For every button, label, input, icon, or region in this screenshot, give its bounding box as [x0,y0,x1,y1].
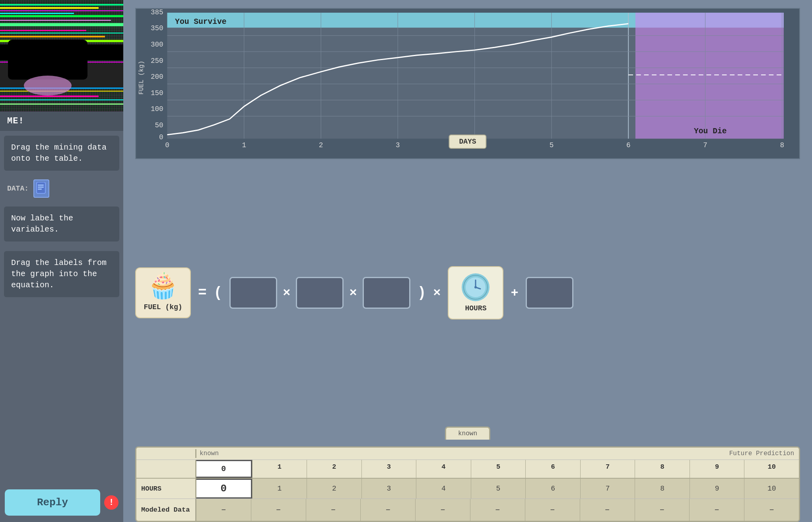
modeled-cell-4[interactable]: – [415,499,470,521]
svg-text:FUEL (kg): FUEL (kg) [138,60,145,94]
panda-pink [24,76,72,95]
svg-text:250: 250 [151,56,163,64]
days-label: DAYS [449,134,486,149]
svg-text:You Die: You Die [694,127,727,136]
fuel-item[interactable]: 🧁 FUEL (kg) [135,267,191,318]
chat-bubble-3: Drag the labels from the graph into the … [4,251,119,297]
modeled-cell-7[interactable]: – [580,499,635,521]
col-header-3: 3 [361,460,416,478]
data-row: DATA: [0,175,123,202]
modeled-cell-9[interactable]: – [689,499,744,521]
close-paren: ) [418,285,426,301]
hours-cell-3[interactable]: 3 [361,479,416,499]
known-section-label: known [196,449,301,458]
modeled-cell-8[interactable]: – [635,499,690,521]
hours-cell-9[interactable]: 9 [690,479,744,499]
hours-cell-1[interactable]: 1 [252,479,307,499]
svg-text:You Survive: You Survive [175,18,226,26]
modeled-cell-6[interactable]: – [525,499,580,521]
hours-cell-6[interactable]: 6 [525,479,580,499]
eq-box-2[interactable] [296,277,344,309]
graph-container: 385 350 300 250 200 150 100 50 0 0 1 2 3… [135,8,800,159]
svg-text:8: 8 [780,141,785,149]
svg-text:150: 150 [151,89,163,97]
main-content: 385 350 300 250 200 150 100 50 0 0 1 2 3… [123,0,812,522]
svg-text:6: 6 [626,141,631,149]
svg-rect-1 [38,185,44,186]
fuel-label: FUEL (kg) [144,303,182,311]
modeled-cell-3[interactable]: – [360,499,415,521]
clock-icon [462,273,490,301]
panda-eye-right [48,48,68,62]
svg-text:3: 3 [396,141,400,149]
col-header-1: 1 [252,460,307,478]
col-header-7: 7 [580,460,635,478]
col-header-5: 5 [471,460,526,478]
svg-text:300: 300 [151,41,163,49]
me-label: ME! [0,111,123,131]
svg-text:200: 200 [151,73,163,81]
modeled-cell-1[interactable]: – [251,499,306,521]
hours-cell-7[interactable]: 7 [580,479,635,499]
times-1: × [283,286,290,300]
eq-box-3[interactable] [363,277,410,309]
chat-bubble-1: Drag the mining data onto the table. [4,136,119,171]
modeled-data-row: Modeled Data – – – – – – – – – – – [136,499,799,521]
modeled-cell-5[interactable]: – [470,499,525,521]
col-header-10: 10 [744,460,799,478]
svg-text:1: 1 [242,141,246,149]
hours-item[interactable]: HOURS [448,266,503,319]
equation-area: 🧁 FUEL (kg) = ( × × ) × [135,167,800,419]
plus-sign: + [511,286,518,300]
hours-cell-0[interactable]: 0 [196,479,252,499]
hours-cell-5[interactable]: 5 [471,479,526,499]
hours-row-label: HOURS [136,479,196,499]
reply-button[interactable]: Reply [5,489,100,516]
chat-bubble-2: Now label the variables. [4,206,119,242]
equals-sign: = [198,285,207,301]
svg-rect-2 [38,187,44,188]
hours-cell-2[interactable]: 2 [307,479,361,499]
modeled-cell-0[interactable]: – [196,499,251,521]
col-header-0: 0 [196,460,252,478]
svg-text:50: 50 [155,121,163,129]
modeled-cell-10[interactable]: – [744,499,799,521]
svg-text:7: 7 [703,141,707,149]
svg-rect-0 [37,182,45,193]
svg-rect-6 [635,13,784,139]
hours-data-row: HOURS 0 1 2 3 4 5 6 7 8 9 10 [136,479,799,499]
eq-box-1[interactable] [229,277,277,309]
data-file-icon[interactable] [33,179,49,198]
modeled-cell-2[interactable]: – [306,499,361,521]
section-spacer [136,449,196,458]
svg-text:0: 0 [159,133,163,141]
svg-text:100: 100 [151,105,163,113]
col-header-spacer [136,460,196,478]
eq-box-4[interactable] [526,277,573,309]
table-tab-label: known [458,430,477,437]
hours-label: HOURS [465,304,486,312]
col-header-8: 8 [635,460,690,478]
col-header-6: 6 [525,460,580,478]
reply-area: Reply ! [0,483,123,522]
exclamation-badge: ! [104,495,118,510]
table-section-headers: known Future Prediction [136,448,799,460]
equation-group: × × [229,277,410,309]
col-header-9: 9 [690,460,744,478]
col-header-row: 0 1 2 3 4 5 6 7 8 9 10 [136,460,799,479]
table-tab-area: known [135,427,800,440]
future-section-label: Future Prediction [301,449,799,458]
hours-cell-10[interactable]: 10 [744,479,799,499]
sidebar: ME! Drag the mining data onto the table.… [0,0,123,522]
modeled-row-label: Modeled Data [136,499,196,521]
hours-cell-4[interactable]: 4 [416,479,471,499]
data-label: DATA: [7,185,29,193]
open-paren: ( [214,285,223,301]
hours-cell-8[interactable]: 8 [635,479,690,499]
data-table: known Future Prediction 0 1 2 3 4 5 6 7 … [135,446,800,522]
times-3: × [433,286,441,300]
svg-rect-3 [38,189,42,190]
table-tab: known [445,427,490,440]
muffin-icon: 🧁 [147,275,179,300]
col-header-4: 4 [416,460,471,478]
